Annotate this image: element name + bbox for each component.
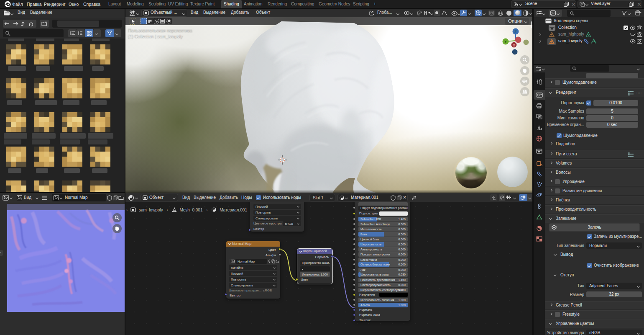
svg-text:Z: Z — [514, 30, 517, 34]
svg-text:Y: Y — [504, 40, 507, 44]
svg-text:X: X — [513, 43, 515, 47]
